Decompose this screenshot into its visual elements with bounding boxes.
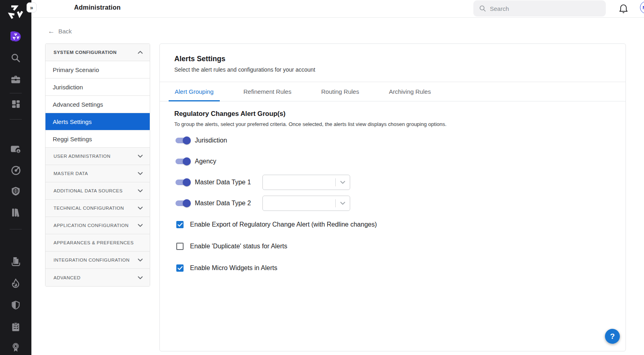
tab-bar: Alert GroupingRefinement RulesRouting Ru… [160, 82, 625, 101]
brand-logo-icon[interactable] [6, 2, 25, 22]
panel-subtitle: Select the alert rules and configuration… [174, 66, 611, 73]
search-icon [479, 5, 486, 12]
menu-section-label: APPEARANCES & PREFERENCES [54, 240, 134, 245]
dropdown-select[interactable] [262, 175, 350, 190]
menu-item-primary-scenario[interactable]: Primary Scenario [45, 61, 150, 78]
chevron-down-icon [138, 189, 143, 192]
menu-section-system-configuration[interactable]: SYSTEM CONFIGURATION [45, 44, 150, 61]
briefcase-icon[interactable] [8, 71, 24, 87]
tab-archiving-rules[interactable]: Archiving Rules [383, 82, 437, 101]
menu-item-advanced-settings[interactable]: Advanced Settings [45, 96, 150, 113]
checkbox-label: Enable Micro Widgets in Alerts [190, 264, 277, 272]
target-icon[interactable] [8, 162, 24, 178]
tab-alert-grouping[interactable]: Alert Grouping [169, 82, 220, 101]
dropdown-separator [335, 199, 336, 207]
toggle-knob [183, 178, 191, 186]
checkbox-label: Enable Export of Regulatory Change Alert… [190, 221, 377, 228]
toggle-row-master-data-type-1: Master Data Type 1 [174, 175, 611, 190]
toggle-label: Jurisdiction [195, 137, 261, 144]
menu-section-label: ADVANCED [54, 275, 80, 280]
rail-divider [10, 119, 22, 120]
dropdown-separator [335, 178, 336, 186]
rail-divider [10, 229, 22, 229]
checkbox-checked[interactable] [176, 221, 184, 228]
menu-section-integration-configuration[interactable]: INTEGRATION CONFIGURATION [45, 252, 150, 269]
tab-routing-rules[interactable]: Routing Rules [315, 82, 365, 101]
chevron-down-icon [138, 206, 143, 210]
panel-header: Alerts Settings Select the alert rules a… [160, 44, 625, 82]
back-arrow-icon: ← [48, 28, 55, 35]
menu-item-jurisdiction[interactable]: Jurisdiction [45, 78, 150, 96]
toggle-row-master-data-type-2: Master Data Type 2 [174, 196, 611, 211]
checkbox-label: Enable 'Duplicate' status for Alerts [190, 243, 287, 250]
toggle-label: Master Data Type 2 [195, 200, 261, 207]
search-input[interactable] [490, 5, 590, 12]
toggle-switch[interactable] [175, 138, 189, 143]
page-title: Administration [74, 4, 121, 11]
shield-globe-icon[interactable] [8, 183, 24, 199]
search-icon[interactable] [8, 50, 24, 66]
help-button[interactable]: ? [605, 329, 620, 344]
menu-section-label: MASTER DATA [54, 171, 88, 176]
menu-section-label: ADDITIONAL DATA SOURCES [54, 188, 123, 193]
checkbox-row: Enable Micro Widgets in Alerts [174, 260, 611, 276]
toggle-knob [183, 199, 191, 207]
menu-section-appearances-preferences[interactable]: APPEARANCES & PREFERENCES [45, 234, 150, 252]
menu-section-label: APPLICATION CONFIGURATION [54, 223, 129, 228]
menu-section-technical-configuration[interactable]: TECHNICAL CONFIGURATION [45, 200, 150, 217]
menu-section-label: USER ADMINISTRATION [54, 154, 111, 159]
wallet-alert-icon[interactable] [8, 141, 24, 157]
global-search [473, 0, 606, 17]
section-description: To group the alerts, select your preferr… [174, 121, 611, 127]
chevron-down-icon [138, 258, 143, 262]
toggle-switch[interactable] [175, 200, 189, 206]
menu-section-label: INTEGRATION CONFIGURATION [54, 258, 130, 262]
checkbox-row: Enable Export of Regulatory Change Alert… [174, 217, 611, 233]
chevron-down-icon [340, 181, 345, 184]
chevron-down-icon [138, 155, 143, 158]
settings-menu: SYSTEM CONFIGURATIONPrimary ScenarioJuri… [45, 43, 150, 287]
dropdown-select[interactable] [262, 196, 350, 211]
toggle-label: Agency [195, 158, 261, 165]
tab-refinement-rules[interactable]: Refinement Rules [237, 82, 297, 101]
user-avatar[interactable]: MN [640, 1, 644, 14]
menu-section-additional-data-sources[interactable]: ADDITIONAL DATA SOURCES [45, 182, 150, 200]
chevron-up-icon [138, 51, 143, 54]
icon-rail [0, 0, 31, 355]
assistant-chat-icon[interactable] [8, 29, 24, 45]
menu-item-alerts-settings[interactable]: Alerts Settings [45, 113, 150, 130]
tab-content: Regulatory Changes Alert Group(s) To gro… [160, 101, 625, 276]
section-title: Regulatory Changes Alert Group(s) [174, 110, 611, 118]
toggle-row-jurisdiction: Jurisdiction [174, 133, 611, 148]
sidebar-expand-button[interactable]: » [27, 2, 37, 12]
alerts-settings-panel: Alerts Settings Select the alert rules a… [159, 43, 626, 351]
menu-section-application-configuration[interactable]: APPLICATION CONFIGURATION [45, 217, 150, 234]
toggle-switch[interactable] [175, 180, 189, 185]
menu-section-master-data[interactable]: MASTER DATA [45, 165, 150, 182]
shield-half-icon[interactable] [8, 297, 24, 313]
back-label: Back [58, 28, 72, 35]
toggle-knob [183, 136, 191, 144]
back-button[interactable]: ← Back [48, 28, 72, 35]
library-icon[interactable] [8, 204, 24, 220]
menu-section-user-administration[interactable]: USER ADMINISTRATION [45, 148, 150, 165]
rail-divider [10, 93, 22, 93]
checkbox-unchecked[interactable] [176, 243, 184, 250]
toggle-row-agency: Agency [174, 154, 611, 169]
clipboard-check-icon[interactable] [8, 319, 24, 335]
menu-section-label: TECHNICAL CONFIGURATION [54, 206, 124, 211]
menu-item-reggi-settings[interactable]: Reggi Settings [45, 130, 150, 148]
toggle-switch[interactable] [175, 159, 189, 164]
dashboard-icon[interactable] [8, 96, 24, 112]
document-tray-icon[interactable] [8, 254, 24, 270]
award-icon[interactable] [8, 339, 24, 355]
flame-icon[interactable] [8, 275, 24, 291]
checkbox-checked[interactable] [176, 264, 184, 272]
toggle-label: Master Data Type 1 [195, 179, 261, 186]
chevron-down-icon [138, 172, 143, 175]
chevron-down-icon [138, 224, 143, 227]
notifications-bell-icon[interactable] [619, 3, 628, 14]
chevron-down-icon [138, 276, 143, 279]
menu-section-advanced[interactable]: ADVANCED [45, 269, 150, 286]
menu-section-label: SYSTEM CONFIGURATION [54, 50, 117, 55]
